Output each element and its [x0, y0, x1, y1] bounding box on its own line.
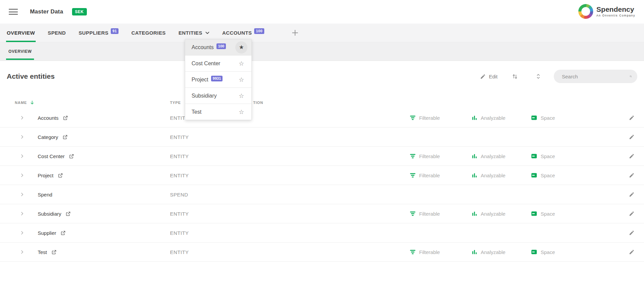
- currency-badge: SEK: [72, 8, 87, 15]
- edit-row-button[interactable]: [629, 211, 635, 217]
- entity-type: ENTITY: [170, 243, 189, 261]
- star-filled-icon[interactable]: ★: [235, 41, 247, 53]
- star-outline-icon[interactable]: ☆: [235, 58, 247, 70]
- tab-spend[interactable]: SPEND: [48, 24, 66, 42]
- pencil-icon: [629, 230, 635, 236]
- unfold-more-icon: [536, 73, 541, 80]
- entity-name: Test: [38, 249, 47, 255]
- expand-row-button[interactable]: [20, 173, 25, 178]
- capability-label: Filterable: [419, 173, 440, 178]
- edit-row-button[interactable]: [629, 115, 635, 121]
- sort-button[interactable]: [512, 73, 518, 80]
- app-root: Master Data SEK Spendency An Onventis Co…: [0, 0, 644, 290]
- capability-label: Space: [541, 115, 555, 121]
- space-card-icon: [531, 250, 537, 254]
- capability-filterable: Filterable: [410, 108, 440, 127]
- expand-row-button[interactable]: [20, 211, 25, 216]
- chevron-down-icon: [205, 32, 209, 34]
- tab-count-badge: 91: [111, 28, 118, 34]
- open-entity-button[interactable]: [52, 250, 57, 255]
- external-link-icon: [63, 135, 68, 140]
- edit-row-button[interactable]: [629, 134, 635, 140]
- hamburger-menu-icon[interactable]: [9, 9, 18, 15]
- capability-label: Filterable: [419, 211, 440, 217]
- edit-row-button[interactable]: [629, 153, 635, 159]
- dropdown-item-cost-center[interactable]: Cost Center☆: [185, 55, 251, 71]
- capability-analyzable: Analyzable: [472, 147, 505, 166]
- open-entity-button[interactable]: [63, 115, 68, 120]
- external-link-icon: [66, 211, 71, 216]
- dropdown-item-project[interactable]: Project9931☆: [185, 71, 251, 87]
- table-row[interactable]: AccountsENTITYFilterableAnalyzableSpace: [0, 108, 644, 128]
- edit-row-button[interactable]: [629, 192, 635, 197]
- table-row[interactable]: CategoryENTITY: [0, 128, 644, 147]
- capability-analyzable: Analyzable: [472, 166, 505, 185]
- external-link-icon: [63, 115, 68, 120]
- pencil-icon: [629, 249, 635, 255]
- tab-categories[interactable]: CATEGORIES: [131, 24, 166, 42]
- edit-row-button[interactable]: [629, 249, 635, 255]
- table-row[interactable]: SupplierENTITY: [0, 223, 644, 243]
- add-tab-button[interactable]: [292, 30, 298, 36]
- entity-name: Project: [38, 173, 54, 178]
- page-title: Master Data: [30, 8, 63, 15]
- table-row[interactable]: Cost CenterENTITYFilterableAnalyzableSpa…: [0, 147, 644, 166]
- expand-row-button[interactable]: [20, 154, 25, 159]
- search-input[interactable]: [561, 73, 630, 80]
- capability-label: Analyzable: [481, 115, 505, 121]
- external-link-icon: [58, 173, 63, 178]
- search-box: [554, 70, 637, 83]
- star-outline-icon[interactable]: ☆: [235, 106, 247, 118]
- filter-icon: [410, 115, 415, 120]
- logo-tagline: An Onventis Company: [597, 14, 635, 17]
- edit-row-button[interactable]: [629, 230, 635, 236]
- subtab-overview[interactable]: OVERVIEW: [6, 42, 34, 61]
- edit-row-button[interactable]: [629, 173, 635, 178]
- collapse-expand-button[interactable]: [536, 73, 541, 80]
- dropdown-item-accounts[interactable]: Accounts100★: [185, 39, 251, 55]
- table-row[interactable]: TestENTITYFilterableAnalyzableSpace: [0, 243, 644, 262]
- column-header-name[interactable]: NAME: [15, 97, 35, 108]
- open-entity-button[interactable]: [61, 230, 66, 235]
- chevron-right-icon: [20, 250, 25, 255]
- column-header-type[interactable]: TYPE: [170, 97, 181, 108]
- pencil-icon: [629, 153, 635, 159]
- chevron-right-icon: [20, 135, 25, 140]
- chevron-right-icon: [20, 230, 25, 235]
- capability-analyzable: Analyzable: [472, 108, 505, 127]
- tab-suppliers[interactable]: SUPPLIERS91: [78, 24, 118, 42]
- expand-row-button[interactable]: [20, 135, 25, 140]
- expand-row-button[interactable]: [20, 230, 25, 235]
- capability-label: Filterable: [419, 115, 440, 121]
- open-entity-button[interactable]: [66, 211, 71, 216]
- bar-chart-icon: [472, 250, 477, 255]
- search-icon: [630, 73, 632, 79]
- open-entity-button[interactable]: [69, 154, 74, 159]
- expand-row-button[interactable]: [20, 250, 25, 255]
- tab-overview[interactable]: OVERVIEW: [7, 24, 35, 42]
- entity-name: Cost Center: [38, 153, 65, 159]
- table-row[interactable]: SpendSPEND: [0, 185, 644, 204]
- edit-button[interactable]: Edit: [480, 74, 498, 79]
- capability-filterable: Filterable: [410, 166, 440, 185]
- table-row[interactable]: SubsidiaryENTITYFilterableAnalyzableSpac…: [0, 204, 644, 223]
- expand-row-button[interactable]: [20, 115, 25, 120]
- entity-type: ENTITY: [170, 147, 189, 166]
- open-entity-button[interactable]: [58, 173, 63, 178]
- tab-label: OVERVIEW: [7, 30, 35, 36]
- dropdown-item-subsidiary[interactable]: Subsidiary☆: [185, 87, 251, 104]
- capability-filterable: Filterable: [410, 243, 440, 261]
- external-link-icon: [61, 230, 66, 235]
- dropdown-item-test[interactable]: Test☆: [185, 104, 251, 120]
- star-outline-icon[interactable]: ☆: [235, 74, 247, 86]
- space-card-icon: [531, 115, 537, 120]
- pencil-icon: [629, 211, 635, 217]
- expand-row-button[interactable]: [20, 192, 25, 197]
- column-header-name-label: NAME: [15, 101, 27, 105]
- open-entity-button[interactable]: [63, 135, 68, 140]
- table-row[interactable]: ProjectENTITYFilterableAnalyzableSpace: [0, 166, 644, 185]
- subtab-label: OVERVIEW: [8, 49, 32, 54]
- entities-table-body: AccountsENTITYFilterableAnalyzableSpaceC…: [0, 108, 644, 262]
- star-outline-icon[interactable]: ☆: [235, 90, 247, 102]
- entity-name: Supplier: [38, 230, 56, 236]
